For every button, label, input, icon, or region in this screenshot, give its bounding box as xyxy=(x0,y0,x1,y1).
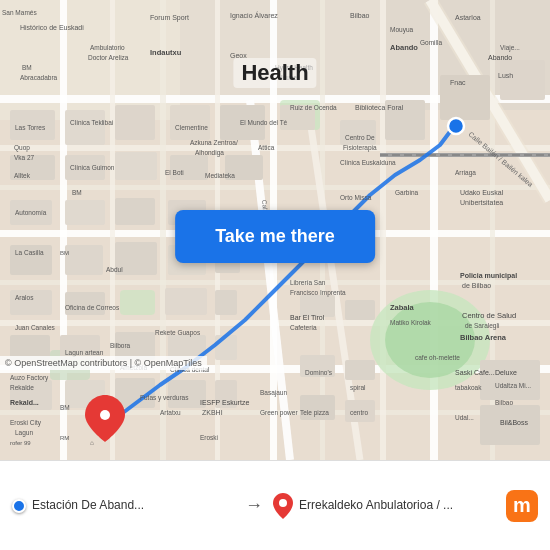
svg-rect-56 xyxy=(165,288,207,315)
destination-pin xyxy=(273,493,293,519)
svg-text:La Casilla: La Casilla xyxy=(15,249,44,256)
moovit-icon: m xyxy=(506,490,538,522)
svg-text:Deluxe: Deluxe xyxy=(495,369,517,376)
svg-text:Basajaun: Basajaun xyxy=(260,389,287,397)
svg-text:Centro De: Centro De xyxy=(345,134,375,141)
svg-text:Juan Canales: Juan Canales xyxy=(15,324,55,331)
svg-text:⌂: ⌂ xyxy=(90,439,94,446)
svg-text:Udaltza Mi...: Udaltza Mi... xyxy=(495,382,531,389)
svg-text:Garbina: Garbina xyxy=(395,189,419,196)
svg-text:Lush: Lush xyxy=(498,72,513,79)
svg-text:Zabala: Zabala xyxy=(390,303,415,312)
health-title: Health xyxy=(233,58,316,88)
svg-text:spiral: spiral xyxy=(350,384,366,392)
svg-text:Autonomía: Autonomía xyxy=(15,209,47,216)
svg-text:Orto Missa: Orto Missa xyxy=(340,194,372,201)
svg-text:Francisco Imprenta: Francisco Imprenta xyxy=(290,289,346,297)
svg-text:Biblioteca Foral: Biblioteca Foral xyxy=(355,104,404,111)
destination-name: Errekaldeko Anbulatorioa / ... xyxy=(299,498,453,514)
svg-text:Oficina de Correos: Oficina de Correos xyxy=(65,304,120,311)
svg-rect-50 xyxy=(65,245,103,275)
svg-text:Librería San: Librería San xyxy=(290,279,326,286)
svg-text:Bilbao: Bilbao xyxy=(350,12,370,19)
svg-text:BM: BM xyxy=(60,404,70,411)
svg-rect-14 xyxy=(160,0,166,460)
svg-text:Mouyua: Mouyua xyxy=(390,26,414,34)
svg-text:cafe oh-melette: cafe oh-melette xyxy=(415,354,460,361)
svg-text:Clínica Euskalduna: Clínica Euskalduna xyxy=(340,159,396,166)
svg-text:de Bilbao: de Bilbao xyxy=(462,282,491,289)
take-me-there-button[interactable]: Take me there xyxy=(175,210,375,263)
moovit-logo: m xyxy=(506,490,538,522)
svg-text:Futas y verduras: Futas y verduras xyxy=(140,394,189,402)
svg-point-182 xyxy=(279,499,287,507)
svg-text:BM: BM xyxy=(22,64,32,71)
svg-text:Fnac: Fnac xyxy=(450,79,466,86)
svg-text:Viaje...: Viaje... xyxy=(500,44,520,52)
svg-rect-18 xyxy=(380,0,386,460)
svg-text:ZKBHI: ZKBHI xyxy=(202,409,223,416)
svg-text:Abdul: Abdul xyxy=(106,266,123,273)
svg-rect-57 xyxy=(215,290,237,315)
svg-text:tabakoak: tabakoak xyxy=(455,384,482,391)
svg-text:Alltek: Alltek xyxy=(14,172,31,179)
origin-name: Estación De Aband... xyxy=(32,498,144,514)
svg-text:Rekete Guapos: Rekete Guapos xyxy=(155,329,201,337)
svg-text:Aralos: Aralos xyxy=(15,294,34,301)
map-attribution: © OpenStreetMap contributors | © OpenMap… xyxy=(0,356,207,370)
svg-text:Udal...: Udal... xyxy=(455,414,474,421)
svg-text:IESFP Eskurtze: IESFP Eskurtze xyxy=(200,399,249,406)
svg-text:Eroski City: Eroski City xyxy=(10,419,42,427)
svg-rect-46 xyxy=(65,200,105,225)
svg-rect-38 xyxy=(115,152,157,180)
svg-text:Unibertsitatea: Unibertsitatea xyxy=(460,199,503,206)
svg-text:Gomilla: Gomilla xyxy=(420,39,442,46)
svg-text:Quop: Quop xyxy=(14,144,30,152)
svg-text:BM: BM xyxy=(60,250,69,256)
svg-text:de Saralegli: de Saralegli xyxy=(465,322,499,330)
svg-rect-74 xyxy=(480,360,540,400)
svg-rect-19 xyxy=(430,0,438,460)
svg-text:Indautxu: Indautxu xyxy=(150,48,182,57)
svg-rect-72 xyxy=(300,395,335,420)
svg-text:El Boti: El Boti xyxy=(165,169,184,176)
bottom-bar: Estación De Aband... → Errekaldeko Anbul… xyxy=(0,460,550,550)
svg-text:Bilbora: Bilbora xyxy=(110,342,131,349)
origin-pin xyxy=(12,499,26,513)
svg-text:Lagun: Lagun xyxy=(15,429,33,437)
svg-text:RM: RM xyxy=(60,435,69,441)
svg-text:Ignacio Álvarez: Ignacio Álvarez xyxy=(230,11,278,20)
svg-text:Abracadabra: Abracadabra xyxy=(20,74,58,81)
svg-point-150 xyxy=(100,410,110,420)
svg-rect-39 xyxy=(170,155,208,180)
svg-text:Clementine: Clementine xyxy=(175,124,208,131)
svg-rect-44 xyxy=(500,60,545,100)
svg-text:Rekalde: Rekalde xyxy=(10,384,34,391)
svg-text:Doctor Areliza: Doctor Areliza xyxy=(88,54,129,61)
map-container: Calle Bailén / Bailén kalea Calle Txala … xyxy=(0,0,550,460)
svg-text:Fisioterapia: Fisioterapia xyxy=(343,144,377,152)
svg-text:centro: centro xyxy=(350,409,368,416)
svg-rect-71 xyxy=(345,360,375,380)
svg-text:Artatxu: Artatxu xyxy=(160,409,181,416)
svg-text:Mediateka: Mediateka xyxy=(205,172,235,179)
svg-text:Astarloa: Astarloa xyxy=(455,14,481,21)
svg-text:Saski Cafe...: Saski Cafe... xyxy=(455,369,495,376)
svg-text:Las Torres: Las Torres xyxy=(15,124,46,131)
svg-rect-32 xyxy=(115,105,155,140)
svg-text:Centro de Salud: Centro de Salud xyxy=(462,311,516,320)
svg-text:Bilbao: Bilbao xyxy=(495,399,513,406)
svg-text:Bil&Boss: Bil&Boss xyxy=(500,419,529,426)
svg-text:San Mamés: San Mamés xyxy=(2,9,37,16)
svg-rect-64 xyxy=(345,300,375,320)
svg-text:Rekald...: Rekald... xyxy=(10,399,39,406)
svg-text:Tele pizza: Tele pizza xyxy=(300,409,329,417)
svg-text:Cafetería: Cafetería xyxy=(290,324,317,331)
svg-point-148 xyxy=(448,118,464,134)
svg-rect-62 xyxy=(215,335,237,360)
svg-text:Matiko Kirolak: Matiko Kirolak xyxy=(390,319,432,326)
svg-text:Abando: Abando xyxy=(390,43,418,52)
svg-rect-47 xyxy=(115,198,155,225)
svg-rect-13 xyxy=(110,0,115,460)
svg-text:Auzo Factory: Auzo Factory xyxy=(10,374,49,382)
